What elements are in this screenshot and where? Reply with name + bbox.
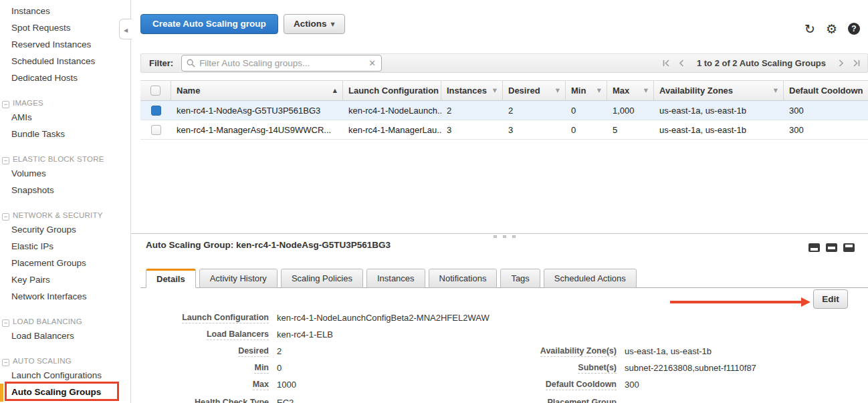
column-label: Default Cooldown bbox=[789, 86, 863, 96]
collapse-minus-icon[interactable]: − bbox=[2, 213, 9, 221]
cell-desired: 3 bbox=[503, 120, 566, 139]
annotation-arrow bbox=[670, 297, 810, 307]
layout-split-pane-icon[interactable] bbox=[826, 243, 837, 252]
column-header-min[interactable]: Min ▼ bbox=[566, 81, 607, 100]
sidebar-item-amis[interactable]: AMIs bbox=[0, 109, 130, 126]
cell-desired: 2 bbox=[503, 101, 566, 120]
actions-label: Actions bbox=[294, 19, 327, 29]
detail-panel-title: Auto Scaling Group: ken-rc4-1-NodeAsg-G5… bbox=[146, 240, 391, 250]
column-header-name[interactable]: Name ▲ bbox=[171, 81, 343, 100]
sort-icon: ▼ bbox=[556, 88, 560, 94]
actions-dropdown-button[interactable]: Actions▼ bbox=[284, 14, 345, 34]
sidebar-item-auto-scaling-groups[interactable]: Auto Scaling Groups bbox=[0, 384, 130, 400]
layout-top-pane-icon[interactable] bbox=[843, 243, 855, 252]
tab-scaling-policies[interactable]: Scaling Policies bbox=[281, 269, 363, 288]
column-label: Instances bbox=[447, 86, 487, 96]
sidebar-item-scheduled-instances[interactable]: Scheduled Instances bbox=[0, 53, 130, 70]
sidebar-item-spot-requests[interactable]: Spot Requests bbox=[0, 19, 130, 36]
sidebar-item-launch-configurations[interactable]: Launch Configurations bbox=[0, 367, 130, 384]
ec2-console-auto-scaling-page: Instances Spot Requests Reserved Instanc… bbox=[0, 0, 868, 403]
sidebar-item-dedicated-hosts[interactable]: Dedicated Hosts bbox=[0, 70, 130, 86]
column-header-desired[interactable]: Desired ▼ bbox=[503, 81, 566, 100]
filter-search-input[interactable] bbox=[195, 58, 368, 68]
tab-notifications[interactable]: Notifications bbox=[429, 269, 498, 288]
sidebar-item-reserved-instances[interactable]: Reserved Instances bbox=[0, 36, 130, 53]
sort-icon: ▼ bbox=[597, 88, 601, 94]
field-label: Availability Zone(s) bbox=[540, 346, 617, 357]
cell-launch-configuration: ken-rc4-1-NodeLaunch... bbox=[343, 101, 441, 120]
sidebar-collapse-handle[interactable]: ◀ bbox=[119, 19, 132, 39]
field-label: Max bbox=[253, 380, 269, 390]
tab-scheduled-actions[interactable]: Scheduled Actions bbox=[544, 269, 637, 288]
panel-divider bbox=[131, 233, 868, 234]
column-header-launch-configuration[interactable]: Launch Configuration ▼ bbox=[343, 81, 441, 100]
edit-button[interactable]: Edit bbox=[813, 289, 848, 309]
tab-tags[interactable]: Tags bbox=[500, 269, 540, 288]
help-icon[interactable]: ? bbox=[848, 23, 860, 35]
cell-name: ken-rc4-1-ManagerAsg-14US9WWCR... bbox=[171, 120, 343, 139]
column-header-default-cooldown[interactable]: Default Cooldown bbox=[784, 81, 868, 100]
tab-instances[interactable]: Instances bbox=[366, 269, 425, 288]
pagination-prev-icon[interactable] bbox=[677, 59, 686, 68]
field-value: 2 bbox=[277, 346, 282, 356]
sidebar-item-bundle-tasks[interactable]: Bundle Tasks bbox=[0, 126, 130, 142]
sidebar-item-security-groups[interactable]: Security Groups bbox=[0, 221, 130, 238]
sidebar-item-key-pairs[interactable]: Key Pairs bbox=[0, 271, 130, 288]
collapse-minus-icon[interactable]: − bbox=[2, 101, 9, 108]
cell-availability-zones: us-east-1a, us-east-1b bbox=[654, 120, 784, 139]
sidebar-section-load-balancing: −LOAD BALANCING bbox=[0, 315, 130, 327]
sidebar-item-elastic-ips[interactable]: Elastic IPs bbox=[0, 238, 130, 255]
table-row[interactable]: ken-rc4-1-ManagerAsg-14US9WWCR... ken-rc… bbox=[140, 120, 868, 140]
field-label: Desired bbox=[238, 346, 269, 357]
tab-details[interactable]: Details bbox=[146, 269, 196, 288]
column-header-max[interactable]: Max ▼ bbox=[607, 81, 654, 100]
clear-search-icon[interactable]: ✕ bbox=[368, 58, 376, 68]
row-checkbox-checked[interactable] bbox=[151, 106, 161, 116]
row-checkbox-unchecked[interactable] bbox=[151, 125, 161, 135]
sidebar-section-auto-scaling: −AUTO SCALING bbox=[0, 355, 130, 367]
column-header-availability-zones[interactable]: Availability Zones ▼ bbox=[654, 81, 784, 100]
cell-instances: 3 bbox=[441, 120, 503, 139]
cell-max: 1,000 bbox=[607, 101, 654, 120]
table-row[interactable]: ken-rc4-1-NodeAsg-G5TU3P561BG3 ken-rc4-1… bbox=[140, 101, 868, 120]
search-icon bbox=[187, 59, 195, 68]
pagination-first-icon[interactable] bbox=[662, 59, 671, 68]
pane-layout-controls bbox=[808, 243, 855, 252]
field-default-cooldown: Default Cooldown 300 bbox=[515, 380, 863, 396]
selected-item-orange-bar bbox=[0, 384, 3, 402]
pagination-last-icon[interactable] bbox=[852, 59, 861, 68]
sidebar-nav: Instances Spot Requests Reserved Instanc… bbox=[0, 0, 131, 403]
section-label: NETWORK & SECURITY bbox=[13, 211, 103, 219]
column-header-instances[interactable]: Instances ▼ bbox=[441, 81, 503, 100]
settings-gear-icon[interactable]: ⚙ bbox=[826, 22, 837, 35]
sidebar-item-placement-groups[interactable]: Placement Groups bbox=[0, 255, 130, 271]
sidebar-item-network-interfaces[interactable]: Network Interfaces bbox=[0, 288, 130, 305]
sidebar-item-load-balancers[interactable]: Load Balancers bbox=[0, 327, 130, 344]
create-auto-scaling-group-button[interactable]: Create Auto Scaling group bbox=[140, 14, 278, 34]
column-label: Launch Configuration bbox=[348, 86, 439, 96]
detail-tabs: Details Activity History Scaling Policie… bbox=[146, 269, 637, 288]
collapse-minus-icon[interactable]: − bbox=[2, 319, 9, 327]
field-label: Health Check Type bbox=[195, 398, 269, 403]
tab-activity-history[interactable]: Activity History bbox=[199, 269, 278, 288]
collapse-minus-icon[interactable]: − bbox=[2, 157, 9, 164]
table-header-row: Name ▲ Launch Configuration ▼ Instances … bbox=[140, 80, 868, 101]
filter-bar: Filter: ✕ 1 to 2 of 2 Auto Scaling Group… bbox=[140, 53, 868, 73]
sidebar-item-instances[interactable]: Instances bbox=[0, 3, 130, 19]
pagination-status: 1 to 2 of 2 Auto Scaling Groups bbox=[697, 58, 826, 68]
panel-resize-handle[interactable] bbox=[494, 235, 516, 238]
field-min: Min 0 bbox=[140, 363, 515, 380]
pagination-next-icon[interactable] bbox=[837, 59, 845, 68]
sidebar-item-volumes[interactable]: Volumes bbox=[0, 165, 130, 182]
select-all-checkbox[interactable] bbox=[150, 86, 160, 96]
field-value: 300 bbox=[625, 380, 639, 390]
refresh-icon[interactable]: ↻ bbox=[804, 22, 815, 35]
chevron-down-icon: ▼ bbox=[331, 21, 335, 27]
sidebar-item-snapshots[interactable]: Snapshots bbox=[0, 182, 130, 198]
sidebar-section-elastic-block-store: −ELASTIC BLOCK STORE bbox=[0, 153, 130, 165]
layout-bottom-pane-icon[interactable] bbox=[808, 243, 820, 252]
collapse-minus-icon[interactable]: − bbox=[2, 359, 9, 366]
cell-name: ken-rc4-1-NodeAsg-G5TU3P561BG3 bbox=[171, 101, 343, 120]
field-health-check-type: Health Check Type EC2 bbox=[140, 398, 515, 403]
field-label: Subnet(s) bbox=[578, 363, 617, 374]
